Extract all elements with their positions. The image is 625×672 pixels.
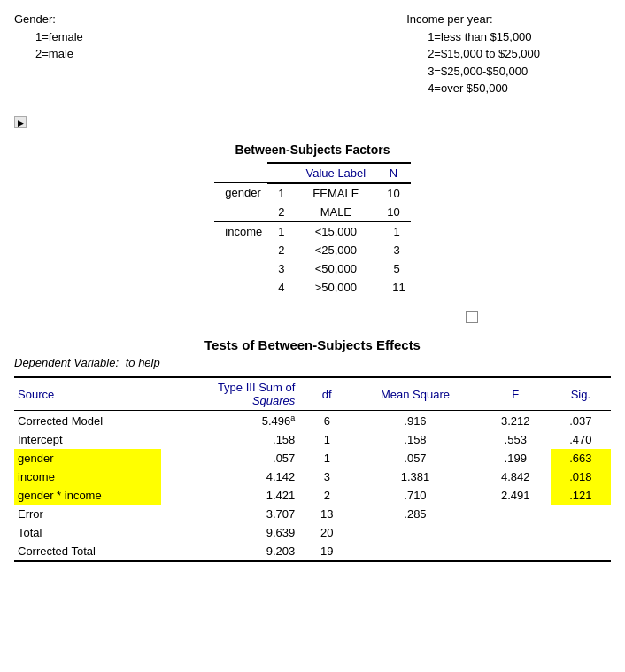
bst-inc-val-3: 3 [267,259,295,278]
between-subjects-header-row: Value Label N [214,163,410,183]
effects-row-error: Error 3.707 13 .285 [14,505,611,523]
bst-col1-header [214,163,267,183]
income-value-2: 2=$15,000 to $25,000 [428,45,540,63]
eff-f-interaction: 2.491 [481,486,551,505]
eff-f-corrected-total [481,542,551,561]
effects-header-row: Source Type III Sum ofSquares df Mean Sq… [14,377,611,411]
between-subjects-title: Between-Subjects Factors [14,143,611,157]
eff-source-gender: gender [14,449,161,467]
eff-source-intercept: Intercept [14,430,161,449]
bst-factor-empty1 [214,203,267,222]
effects-col-df: df [304,377,350,411]
effects-row-corrected-total: Corrected Total 9.203 19 [14,542,611,561]
bst-val-2: 2 [267,203,295,222]
eff-sq-income: 4.142 [161,467,305,486]
eff-ms-interaction: .710 [350,486,481,505]
gender-label: Gender: [14,11,83,28]
eff-ms-corrected-total [350,542,481,561]
bst-inc-n-1: 1 [376,221,410,241]
effects-row-income: income 4.142 3 1.381 4.842 .018 [14,467,611,486]
eff-source-corrected-total: Corrected Total [14,542,161,561]
bst-inc-label-1: <15,000 [295,221,376,241]
top-section: Gender: 1=female 2=male Income per year:… [14,11,611,97]
eff-source-income: income [14,467,161,486]
bst-inc-n-2: 3 [376,241,410,259]
bst-factor-income: income [214,221,267,241]
effects-row-gender: gender .057 1 .057 .199 .663 [14,449,611,467]
eff-source-corrected-model: Corrected Model [14,411,161,431]
income-value-4: 4=over $50,000 [428,80,540,97]
bst-inc-val-4: 4 [267,278,295,297]
eff-df-intercept: 1 [304,430,350,449]
effects-col-type3: Type III Sum ofSquares [161,377,305,411]
effects-col-source: Source [14,377,161,411]
bst-factor-empty3 [214,259,267,278]
eff-df-gender: 1 [304,449,350,467]
eff-sq-total: 9.639 [161,523,305,542]
bst-inc-val-1: 1 [267,221,295,241]
bst-factor-gender: gender [214,183,267,203]
dep-var-label: Dependent Variable: [14,356,119,369]
bst-factor-empty2 [214,241,267,259]
eff-sig-error [551,505,611,523]
bst-col2-header [267,163,295,183]
bst-val-1: 1 [267,183,295,203]
eff-f-income: 4.842 [481,467,551,486]
eff-source-total: Total [14,523,161,542]
eff-sig-total [551,523,611,542]
bst-inc-val-2: 2 [267,241,295,259]
bst-col4-header: N [376,163,410,183]
bst-row-income-1: income 1 <15,000 1 [214,221,410,241]
eff-sig-income: .018 [551,467,611,486]
eff-df-income: 3 [304,467,350,486]
arrow-button[interactable]: ▶ [14,116,27,128]
bst-row-income-2: 2 <25,000 3 [214,241,410,259]
eff-df-corrected-total: 19 [304,542,350,561]
eff-source-error: Error [14,505,161,523]
eff-sig-intercept: .470 [551,430,611,449]
gender-col: Gender: 1=female 2=male [14,11,83,97]
effects-table: Source Type III Sum ofSquares df Mean Sq… [14,376,611,562]
dep-var-line: Dependent Variable: to help [14,356,611,369]
between-subjects-table: Value Label N gender 1 FEMALE 10 2 MALE … [214,162,410,297]
eff-sq-corrected-total: 9.203 [161,542,305,561]
eff-df-error: 13 [304,505,350,523]
scroll-box[interactable] [466,311,478,323]
bst-row-gender-2: 2 MALE 10 [214,203,410,222]
eff-ms-corrected-model: .916 [350,411,481,431]
eff-f-gender: .199 [481,449,551,467]
eff-f-error [481,505,551,523]
eff-df-corrected-model: 6 [304,411,350,431]
eff-df-total: 20 [304,523,350,542]
effects-row-total: Total 9.639 20 [14,523,611,542]
income-label: Income per year: [406,11,540,28]
bst-row-income-3: 3 <50,000 5 [214,259,410,278]
effects-title: Tests of Between-Subjects Effects [14,337,611,352]
eff-ms-intercept: .158 [350,430,481,449]
bst-n-female: 10 [376,183,410,203]
income-value-1: 1=less than $15,000 [428,28,540,46]
eff-ms-gender: .057 [350,449,481,467]
bst-label-female: FEMALE [295,183,376,203]
effects-col-mean-square: Mean Square [350,377,481,411]
effects-col-f: F [481,377,551,411]
eff-ms-income: 1.381 [350,467,481,486]
bst-col3-header: Value Label [295,163,376,183]
bst-inc-n-3: 5 [376,259,410,278]
income-value-3: 3=$25,000-$50,000 [428,63,540,81]
eff-f-corrected-model: 3.212 [481,411,551,431]
eff-sig-corrected-total [551,542,611,561]
eff-sig-gender: .663 [551,449,611,467]
income-col: Income per year: 1=less than $15,000 2=$… [406,11,540,97]
eff-sq-error: 3.707 [161,505,305,523]
bst-factor-empty4 [214,278,267,297]
eff-sq-interaction: 1.421 [161,486,305,505]
eff-ms-total [350,523,481,542]
eff-sig-interaction: .121 [551,486,611,505]
gender-value-1: 1=female [35,28,83,46]
eff-source-interaction: gender * income [14,486,161,505]
bst-inc-label-3: <50,000 [295,259,376,278]
eff-sq-intercept: .158 [161,430,305,449]
eff-f-total [481,523,551,542]
scroll-indicator [14,310,478,324]
